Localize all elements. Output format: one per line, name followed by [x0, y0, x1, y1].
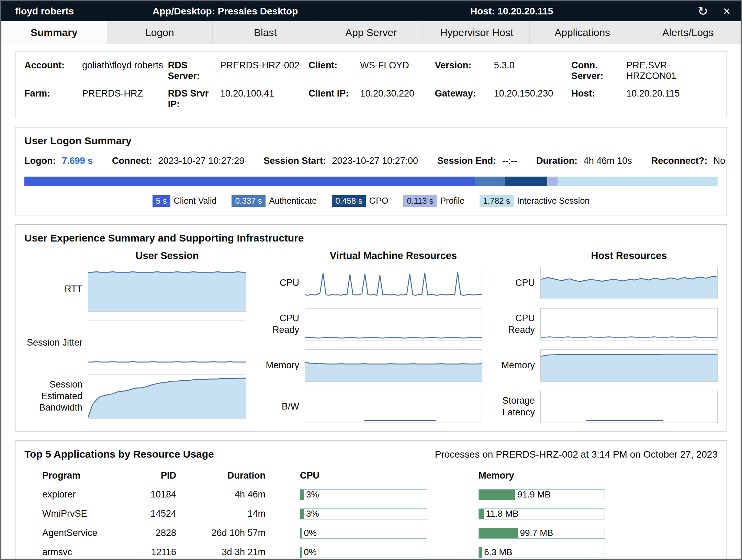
info-pair: Account: goliath\floyd roberts — [24, 60, 168, 81]
memory-bar: 99.7 MB — [479, 528, 605, 539]
titlebar-actions: ↻ × — [698, 5, 730, 18]
user-experience-panel: User Experience Summary and Supporting I… — [15, 224, 727, 432]
stat-value: No — [713, 156, 726, 166]
stat-label: Logon: — [24, 156, 56, 166]
legend-label: Interactive Session — [517, 196, 589, 206]
tab-label: Applications — [554, 27, 610, 38]
legend-label: Client Valid — [174, 196, 217, 206]
info-value: 10.20.150.230 — [494, 88, 553, 110]
cpu-bar: 3% — [300, 508, 427, 519]
logon-stats: Logon: 7.699 s Connect: 2023-10-27 10:27… — [24, 156, 718, 166]
tab-summary[interactable]: Summary — [1, 21, 107, 44]
sparkline-chart — [305, 349, 482, 382]
info-pair: RDS Srvr IP: 10.20.100.41 — [168, 88, 309, 110]
logon-stat: Logon: 7.699 s — [24, 156, 93, 166]
sparkline-svg — [88, 374, 246, 418]
legend-item: 1.782 s Interactive Session — [480, 195, 589, 207]
sparkline-svg — [541, 350, 717, 381]
top-apps-header: Top 5 Applications by Resource Usage Pro… — [24, 448, 718, 460]
info-label: Client IP: — [308, 88, 360, 110]
tab-hypervisor-host[interactable]: Hypervisor Host — [424, 21, 530, 44]
tab-label: Summary — [31, 27, 78, 38]
chart-label: B/W — [260, 401, 299, 413]
info-label: RDS Server: — [168, 60, 220, 81]
program-cell: explorer — [42, 489, 128, 500]
pid-cell: 10184 — [128, 489, 187, 500]
table-row: armsvc 12116 3d 3h 21m 0% 6.3 MB — [24, 547, 718, 558]
info-value: WS-FLOYD — [360, 60, 409, 81]
duration-cell: 26d 10h 57m — [187, 528, 272, 538]
tab-label: Blast — [254, 27, 277, 38]
logon-phase-legend: 5 s Client Valid 0.337 s Authenticate 0.… — [24, 195, 718, 207]
chart-label: Session Jitter — [24, 337, 82, 349]
cpu-bar-label: 3% — [306, 508, 319, 519]
tab-app-server[interactable]: App Server — [318, 21, 424, 44]
session-info-grid: Account: goliath\floyd roberts RDS Serve… — [24, 60, 718, 110]
tab-blast[interactable]: Blast — [213, 21, 318, 44]
pid-cell: 2828 — [128, 528, 187, 538]
stat-value: 2023-10-27 10:27:29 — [158, 156, 245, 166]
col-header-pid: PID — [128, 470, 187, 481]
close-icon[interactable]: × — [723, 5, 730, 18]
logon-stat: Duration: 4h 46m 10s — [536, 156, 632, 166]
info-pair: Client: WS-FLOYD — [308, 60, 435, 81]
logon-bar-segment — [505, 177, 547, 186]
stat-value: 7.699 s — [62, 156, 93, 166]
chart-row-cpu-ready: CPU Ready — [496, 308, 718, 340]
sparkline-chart — [88, 267, 246, 312]
info-value: 5.3.0 — [494, 60, 515, 81]
program-cell: AgentService — [42, 528, 128, 538]
legend-label: Authenticate — [269, 196, 317, 206]
info-value: 10.20.30.220 — [360, 88, 414, 110]
info-label: RDS Srvr IP: — [168, 88, 220, 110]
legend-item: 5 s Client Valid — [153, 195, 217, 207]
sparkline-chart — [305, 391, 482, 423]
chart-list: RTT Session Jitter Session Estimated Ban… — [24, 267, 246, 419]
tab-label: Hypervisor Host — [440, 27, 513, 38]
tab-logon[interactable]: Logon — [107, 21, 213, 44]
sparkline-svg — [305, 309, 482, 340]
info-pair: Host: 10.20.20.115 — [571, 88, 718, 110]
ux-group-title: Host Resources — [496, 250, 718, 261]
info-pair: Conn. Server: PRE.SVR-HRZCON01 — [571, 60, 718, 81]
info-label: Host: — [571, 88, 626, 110]
table-header-row: Program PID Duration CPU Memory — [24, 470, 718, 481]
legend-badge: 1.782 s — [480, 195, 514, 207]
sparkline-chart — [88, 374, 246, 419]
logon-phase-bar — [24, 177, 718, 186]
info-value: PRERDS-HRZ-002 — [220, 60, 300, 81]
top-apps-panel: Top 5 Applications by Resource Usage Pro… — [15, 440, 727, 559]
legend-item: 0.337 s Authenticate — [232, 195, 317, 207]
memory-bar: 6.3 MB — [479, 547, 605, 558]
titlebar-host: Host: 10.20.20.115 — [470, 6, 553, 17]
sparkline-svg — [305, 350, 482, 381]
pid-cell: 14524 — [128, 508, 187, 519]
duration-cell: 14m — [187, 508, 272, 519]
stat-value: 4h 46m 10s — [584, 156, 632, 166]
titlebar-app-desktop: App/Desktop: Presales Desktop — [153, 6, 298, 17]
sparkline-chart — [540, 308, 718, 340]
logon-stat: Session End: --:-- — [437, 156, 517, 166]
tab-applications[interactable]: Applications — [530, 21, 636, 44]
app-window: floyd roberts App/Desktop: Presales Desk… — [0, 0, 742, 560]
pid-cell: 12116 — [128, 547, 187, 558]
logon-bar-segment — [475, 177, 506, 186]
chart-row-b-w: B/W — [260, 391, 482, 423]
info-pair: Farm: PRERDS-HRZ — [24, 88, 168, 110]
chart-label: CPU — [260, 277, 299, 289]
chart-list: CPU CPU Ready Memory B/W — [260, 267, 482, 423]
tab-label: App Server — [345, 27, 397, 38]
tab-alerts-logs[interactable]: Alerts/Logs — [635, 21, 741, 44]
chart-row-session-jitter: Session Jitter — [24, 321, 246, 365]
col-header-cpu: CPU — [300, 470, 427, 481]
sparkline-svg — [88, 321, 246, 365]
info-label: Version: — [435, 60, 494, 81]
duration-cell: 3d 3h 21m — [187, 547, 272, 558]
logon-bar-segment — [547, 177, 558, 186]
cpu-bar-fill — [300, 509, 304, 519]
col-header-memory: Memory — [479, 470, 605, 481]
sparkline-chart — [88, 321, 246, 365]
refresh-icon[interactable]: ↻ — [698, 5, 708, 18]
cpu-bar: 3% — [300, 489, 427, 500]
cpu-bar-fill — [300, 547, 302, 558]
